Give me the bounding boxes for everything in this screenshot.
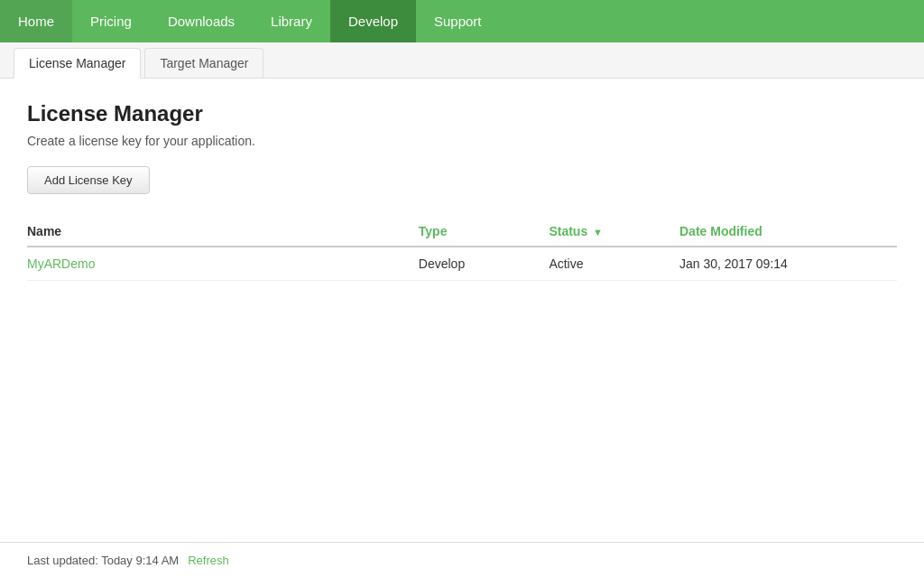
- license-name-link[interactable]: MyARDemo: [27, 256, 95, 271]
- nav-support[interactable]: Support: [416, 0, 500, 42]
- tab-license-manager[interactable]: License Manager: [14, 48, 141, 79]
- table-row: MyARDemoDevelopActiveJan 30, 2017 09:14: [27, 247, 897, 281]
- sub-tabs-container: License Manager Target Manager: [0, 42, 924, 79]
- cell-status: Active: [549, 247, 679, 281]
- nav-pricing[interactable]: Pricing: [72, 0, 150, 42]
- col-header-type[interactable]: Type: [419, 217, 550, 247]
- col-header-status[interactable]: Status ▼: [549, 217, 679, 247]
- refresh-link[interactable]: Refresh: [188, 554, 229, 567]
- nav-library[interactable]: Library: [253, 0, 330, 42]
- nav-downloads[interactable]: Downloads: [150, 0, 253, 42]
- cell-name: MyARDemo: [27, 247, 419, 281]
- cell-type: Develop: [419, 247, 550, 281]
- table-body: MyARDemoDevelopActiveJan 30, 2017 09:14: [27, 247, 897, 281]
- footer: Last updated: Today 9:14 AM Refresh: [0, 542, 924, 578]
- license-table: Name Type Status ▼ Date Modified MyARDem…: [27, 217, 897, 281]
- page-subtitle: Create a license key for your applicatio…: [27, 134, 897, 148]
- tab-target-manager[interactable]: Target Manager: [144, 48, 263, 78]
- status-label: Status: [549, 224, 587, 238]
- table-header-row: Name Type Status ▼ Date Modified: [27, 217, 897, 247]
- main-content: License Manager Create a license key for…: [0, 79, 924, 303]
- last-updated-text: Last updated: Today 9:14 AM: [27, 554, 179, 567]
- nav-home[interactable]: Home: [0, 0, 72, 42]
- cell-date: Jan 30, 2017 09:14: [679, 247, 897, 281]
- add-license-key-button[interactable]: Add License Key: [27, 166, 150, 194]
- top-navigation: Home Pricing Downloads Library Develop S…: [0, 0, 924, 42]
- page-title: License Manager: [27, 101, 897, 126]
- sort-arrow-icon: ▼: [593, 227, 603, 238]
- col-header-name: Name: [27, 217, 419, 247]
- nav-develop[interactable]: Develop: [330, 0, 416, 42]
- col-header-date[interactable]: Date Modified: [679, 217, 897, 247]
